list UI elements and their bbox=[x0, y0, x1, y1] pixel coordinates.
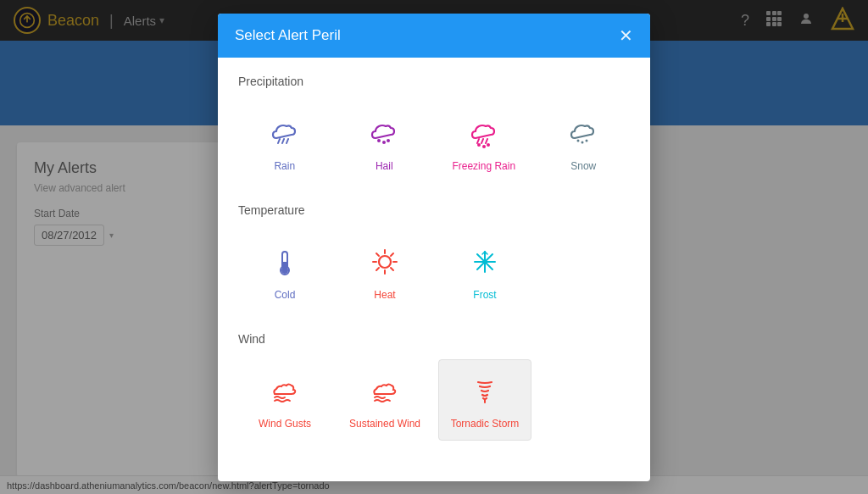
snow-icon bbox=[563, 113, 604, 153]
tornadic-storm-icon bbox=[465, 370, 505, 411]
svg-point-24 bbox=[482, 145, 486, 148]
section-label-precipitation: Precipitation bbox=[238, 75, 630, 88]
wind-gusts-label: Wind Gusts bbox=[259, 418, 311, 430]
peril-snow[interactable]: Snow bbox=[537, 102, 631, 183]
svg-line-39 bbox=[391, 268, 393, 270]
svg-line-41 bbox=[376, 268, 379, 270]
svg-line-21 bbox=[481, 139, 483, 143]
heat-icon bbox=[364, 241, 405, 282]
snow-label: Snow bbox=[570, 160, 596, 172]
precipitation-grid: Rain Hail bbox=[238, 102, 630, 183]
svg-line-38 bbox=[376, 253, 379, 256]
peril-freezing-rain[interactable]: Freezing Rain bbox=[437, 102, 531, 183]
sustained-wind-label: Sustained Wind bbox=[349, 418, 420, 430]
frost-icon bbox=[465, 241, 505, 282]
svg-point-28 bbox=[586, 139, 588, 142]
sustained-wind-icon bbox=[364, 370, 405, 411]
svg-line-20 bbox=[477, 139, 479, 143]
rain-label: Rain bbox=[274, 160, 295, 172]
modal-title: Select Alert Peril bbox=[235, 27, 341, 44]
frost-label: Frost bbox=[473, 289, 496, 301]
peril-cold[interactable]: Cold bbox=[238, 230, 331, 312]
svg-point-23 bbox=[477, 143, 481, 147]
svg-point-17 bbox=[377, 139, 381, 142]
svg-point-18 bbox=[382, 141, 386, 144]
svg-point-33 bbox=[379, 256, 391, 268]
hail-icon bbox=[364, 113, 404, 153]
svg-line-16 bbox=[287, 139, 288, 143]
rain-icon bbox=[264, 113, 305, 153]
select-alert-peril-modal: Select Alert Peril ✕ Precipitation bbox=[218, 14, 650, 481]
peril-heat[interactable]: Heat bbox=[338, 230, 431, 312]
peril-sustained-wind[interactable]: Sustained Wind bbox=[338, 359, 431, 441]
hail-label: Hail bbox=[376, 160, 393, 172]
heat-label: Heat bbox=[374, 289, 395, 301]
modal-overlay: Select Alert Peril ✕ Precipitation bbox=[0, 0, 868, 494]
cold-icon bbox=[264, 241, 305, 282]
wind-gusts-icon bbox=[264, 370, 305, 411]
wind-grid: Wind Gusts Sustained Wind bbox=[238, 359, 630, 441]
peril-tornadic-storm[interactable]: Tornadic Storm bbox=[438, 359, 531, 441]
svg-line-40 bbox=[391, 253, 393, 256]
svg-point-32 bbox=[281, 267, 288, 274]
peril-hail[interactable]: Hail bbox=[338, 102, 431, 183]
peril-frost[interactable]: Frost bbox=[438, 230, 531, 312]
peril-rain[interactable]: Rain bbox=[238, 102, 331, 183]
section-label-temperature: Temperature bbox=[238, 203, 630, 217]
peril-wind-gusts[interactable]: Wind Gusts bbox=[238, 359, 331, 441]
cold-label: Cold bbox=[275, 289, 296, 301]
svg-line-14 bbox=[278, 139, 280, 143]
tornadic-storm-label: Tornadic Storm bbox=[451, 418, 520, 430]
modal-close-button[interactable]: ✕ bbox=[619, 27, 633, 44]
svg-point-26 bbox=[577, 139, 580, 142]
svg-point-19 bbox=[387, 139, 390, 142]
modal-body: Precipitation Rain bbox=[218, 58, 650, 481]
svg-line-15 bbox=[282, 139, 284, 143]
svg-point-25 bbox=[487, 143, 490, 147]
svg-point-27 bbox=[581, 141, 584, 143]
freezing-rain-icon bbox=[464, 113, 504, 153]
modal-header: Select Alert Peril ✕ bbox=[218, 14, 650, 58]
svg-line-22 bbox=[486, 139, 487, 143]
freezing-rain-label: Freezing Rain bbox=[452, 160, 515, 172]
temperature-grid: Cold bbox=[238, 230, 630, 312]
section-label-wind: Wind bbox=[238, 332, 630, 346]
